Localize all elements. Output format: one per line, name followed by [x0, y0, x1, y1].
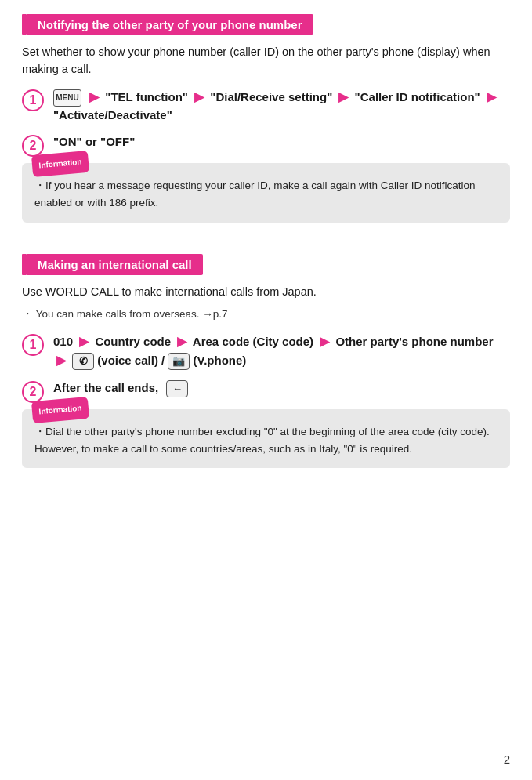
section2-info-stamp-svg: Information [30, 397, 91, 425]
arrow8: ▶ [56, 354, 66, 367]
section1-info-text: ・If you hear a message requesting your c… [34, 177, 498, 211]
section2-info-bullet: ・ [34, 426, 45, 437]
section2-info-text: ・Dial the other party's phone number exc… [34, 423, 498, 457]
section2-step2: 2 After the call ends, ← [22, 379, 510, 403]
section2-step1: 1 010 ▶ Country code ▶ Area code (City c… [22, 332, 510, 370]
section1-body: Set whether to show your phone number (c… [22, 43, 510, 78]
section1-info-stamp-svg: Information [30, 151, 91, 179]
section1-info-content: If you hear a message requesting your ca… [34, 180, 476, 209]
section2-info-stamp-wrap: Information [30, 397, 91, 427]
section1-step2-content: "ON" or "OFF" [53, 133, 510, 151]
section1-step1-content: MENU ▶ "TEL function" ▶ "Dial/Receive se… [53, 88, 510, 125]
video-phone-icon: 📷 [168, 353, 190, 370]
other-party-label: Other party's phone number [335, 335, 493, 348]
arrow3: ▶ [338, 90, 348, 103]
section1-info-box: Information ・If you hear a message reque… [22, 163, 510, 222]
after-call-text: After the call ends, [53, 381, 158, 394]
voice-call-text: (voice call) / [97, 354, 168, 367]
section2-info-box: Information ・Dial the other party's phon… [22, 409, 510, 468]
section1-header: Notifying the other party of your phone … [22, 14, 510, 35]
area-code-label: Area code (City code) [193, 335, 313, 348]
tel-function-label: "TEL function" [105, 90, 188, 103]
activate-label: "Activate/Deactivate" [53, 108, 172, 122]
dial-010: 010 [53, 335, 73, 348]
country-code-label: Country code [95, 335, 171, 348]
page-number: 2 [504, 753, 510, 766]
section2: Making an international call Use WORLD C… [22, 254, 510, 469]
section2-body2: ・ You can make calls from overseas. →p.7 [22, 307, 510, 323]
section1-header-text: Notifying the other party of your phone … [27, 14, 313, 35]
arrow6: ▶ [177, 335, 186, 348]
section1-info-stamp-wrap: Information [30, 151, 91, 181]
section2-header-text: Making an international call [27, 254, 203, 275]
section2-step1-content: 010 ▶ Country code ▶ Area code (City cod… [53, 332, 510, 370]
vphone-text: (V.phone) [194, 354, 247, 367]
section1-info-bullet: ・ [34, 180, 45, 191]
section1-step1-circle: 1 [22, 89, 44, 111]
end-call-icon: ← [166, 380, 188, 397]
section2-step2-content: After the call ends, ← [53, 379, 510, 397]
section2-body1: Use WORLD CALL to make international cal… [22, 283, 510, 300]
voice-call-icon: ✆ [72, 353, 94, 370]
section-gap [22, 237, 510, 254]
dial-receive-label: "Dial/Receive setting" [210, 90, 332, 103]
arrow5: ▶ [79, 335, 89, 348]
section1-step1: 1 MENU ▶ "TEL function" ▶ "Dial/Receive … [22, 88, 510, 125]
menu-icon: MENU [53, 89, 81, 107]
caller-id-label: "Caller ID notification" [355, 90, 480, 103]
arrow7: ▶ [320, 335, 329, 348]
arrow1: ▶ [89, 90, 99, 103]
section1-step2: 2 "ON" or "OFF" [22, 133, 510, 157]
arrow4: ▶ [487, 90, 496, 103]
section1: Notifying the other party of your phone … [22, 14, 510, 223]
arrow2: ▶ [194, 90, 204, 103]
section2-header: Making an international call [22, 254, 510, 275]
section2-info-content: Dial the other party's phone number excl… [34, 426, 490, 455]
section2-step1-circle: 1 [22, 334, 44, 356]
